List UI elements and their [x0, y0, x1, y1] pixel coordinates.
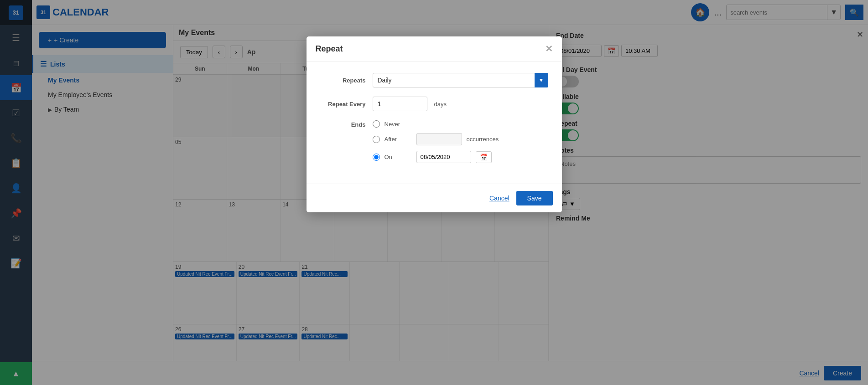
modal-save-button[interactable]: Save	[516, 191, 553, 205]
ends-label: Ends	[320, 120, 366, 128]
ends-after-radio[interactable]	[373, 136, 380, 143]
modal-header: Repeat ✕	[307, 36, 562, 62]
repeats-select[interactable]: Daily Weekly Monthly Yearly	[373, 73, 548, 87]
ends-never-label: Never	[385, 121, 412, 128]
ends-on-radio[interactable]	[373, 154, 380, 161]
modal-cancel-button[interactable]: Cancel	[489, 195, 509, 202]
modal-footer: Cancel Save	[307, 184, 562, 212]
repeat-modal: Repeat ✕ Repeats Daily Weekly Monthly Ye…	[307, 36, 562, 212]
on-date-input[interactable]	[416, 151, 471, 163]
ends-radio-group: Never After occurrences On	[373, 120, 499, 163]
repeat-every-row: Repeat Every days	[320, 97, 548, 111]
calendar-icon: 📅	[480, 154, 488, 161]
occurrences-input[interactable]	[416, 133, 462, 145]
ends-after-label: After	[385, 136, 412, 143]
occurrences-label: occurrences	[467, 136, 499, 143]
repeats-row: Repeats Daily Weekly Monthly Yearly ▼	[320, 73, 548, 87]
on-date-calendar-button[interactable]: 📅	[476, 151, 492, 163]
ends-on-row: On 📅	[373, 151, 499, 163]
ends-on-label: On	[385, 154, 412, 160]
ends-after-row: After occurrences	[373, 133, 499, 145]
modal-body: Repeats Daily Weekly Monthly Yearly ▼ Re…	[307, 62, 562, 184]
repeats-label: Repeats	[320, 77, 366, 84]
ends-row: Ends Never After occurrences	[320, 120, 548, 163]
repeat-every-unit: days	[434, 101, 447, 108]
ends-never-row: Never	[373, 120, 499, 128]
modal-overlay: Repeat ✕ Repeats Daily Weekly Monthly Ye…	[0, 0, 868, 385]
ends-never-radio[interactable]	[373, 120, 380, 128]
modal-close-button[interactable]: ✕	[545, 43, 553, 54]
modal-title: Repeat	[316, 44, 343, 54]
repeat-every-input[interactable]	[373, 97, 427, 111]
repeat-every-label: Repeat Every	[320, 101, 366, 108]
repeats-select-wrapper: Daily Weekly Monthly Yearly ▼	[373, 73, 548, 87]
